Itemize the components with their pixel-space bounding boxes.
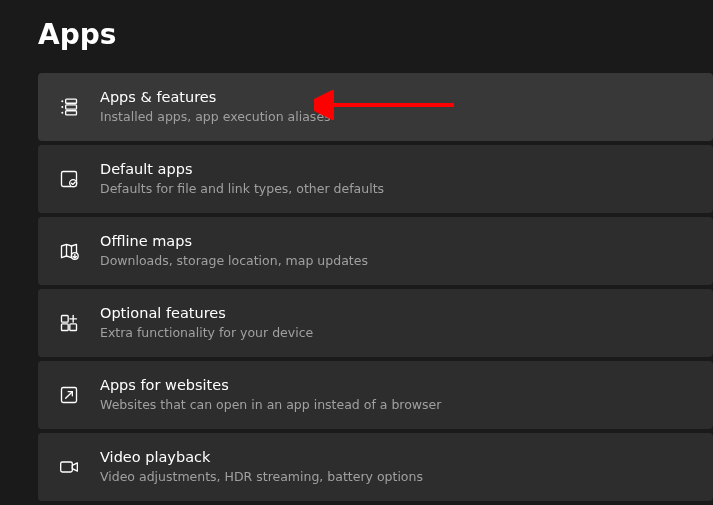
item-title: Apps & features xyxy=(100,88,331,107)
item-subtitle: Defaults for file and link types, other … xyxy=(100,181,384,197)
page-title: Apps xyxy=(0,0,713,51)
svg-rect-5 xyxy=(66,111,77,115)
apps-for-websites-item[interactable]: Apps for websites Websites that can open… xyxy=(38,361,713,429)
item-text: Offline maps Downloads, storage location… xyxy=(100,232,368,269)
item-text: Default apps Defaults for file and link … xyxy=(100,160,384,197)
item-title: Video playback xyxy=(100,448,423,467)
offline-maps-item[interactable]: Offline maps Downloads, storage location… xyxy=(38,217,713,285)
optional-features-item[interactable]: Optional features Extra functionality fo… xyxy=(38,289,713,357)
svg-rect-17 xyxy=(61,462,73,472)
item-subtitle: Installed apps, app execution aliases xyxy=(100,109,331,125)
default-apps-icon xyxy=(58,168,80,190)
svg-rect-12 xyxy=(62,324,69,331)
apps-and-features-item[interactable]: Apps & features Installed apps, app exec… xyxy=(38,73,713,141)
item-text: Video playback Video adjustments, HDR st… xyxy=(100,448,423,485)
default-apps-item[interactable]: Default apps Defaults for file and link … xyxy=(38,145,713,213)
item-text: Apps & features Installed apps, app exec… xyxy=(100,88,331,125)
apps-features-icon xyxy=(58,96,80,118)
svg-point-0 xyxy=(61,100,63,102)
item-text: Optional features Extra functionality fo… xyxy=(100,304,313,341)
video-playback-icon xyxy=(58,456,80,478)
item-subtitle: Downloads, storage location, map updates xyxy=(100,253,368,269)
item-title: Optional features xyxy=(100,304,313,323)
item-text: Apps for websites Websites that can open… xyxy=(100,376,441,413)
item-subtitle: Websites that can open in an app instead… xyxy=(100,397,441,413)
item-title: Apps for websites xyxy=(100,376,441,395)
settings-list: Apps & features Installed apps, app exec… xyxy=(0,73,713,501)
apps-for-websites-icon xyxy=(58,384,80,406)
item-title: Default apps xyxy=(100,160,384,179)
item-title: Offline maps xyxy=(100,232,368,251)
svg-point-2 xyxy=(61,112,63,114)
svg-rect-13 xyxy=(70,324,77,331)
offline-maps-icon xyxy=(58,240,80,262)
item-subtitle: Video adjustments, HDR streaming, batter… xyxy=(100,469,423,485)
optional-features-icon xyxy=(58,312,80,334)
svg-rect-4 xyxy=(66,105,77,109)
video-playback-item[interactable]: Video playback Video adjustments, HDR st… xyxy=(38,433,713,501)
item-subtitle: Extra functionality for your device xyxy=(100,325,313,341)
svg-rect-3 xyxy=(66,99,77,103)
svg-rect-11 xyxy=(62,316,69,323)
svg-point-1 xyxy=(61,106,63,108)
